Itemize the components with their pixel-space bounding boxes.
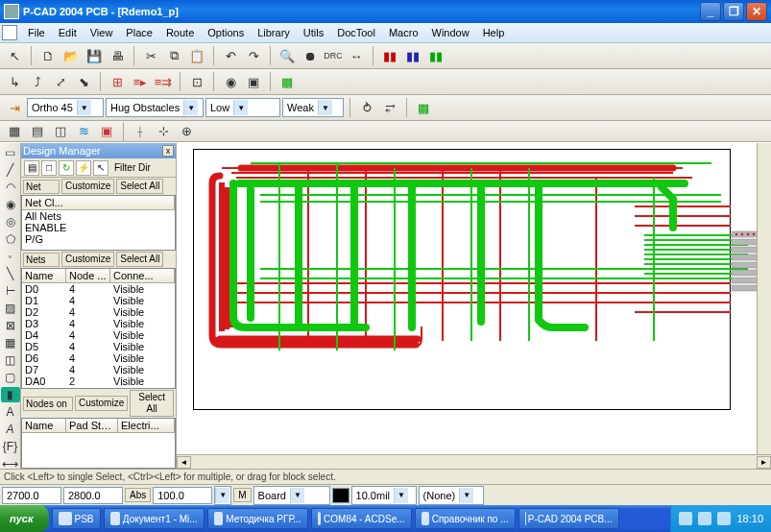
- list-item[interactable]: All Nets: [22, 210, 175, 222]
- panel-close-icon[interactable]: x: [162, 145, 174, 157]
- new-icon[interactable]: 🗋: [37, 45, 59, 66]
- panel-tree-icon[interactable]: ▤: [24, 160, 39, 176]
- panel-filter-icon[interactable]: ⚡: [76, 160, 91, 176]
- menu-doctool[interactable]: DocTool: [330, 24, 382, 41]
- col-elec[interactable]: Electri...: [118, 419, 175, 432]
- undo-icon[interactable]: ↶: [220, 45, 241, 66]
- pcb-icon[interactable]: ▩: [277, 71, 298, 92]
- copy-icon[interactable]: ⧉: [163, 45, 184, 66]
- place-point-icon[interactable]: ◦: [1, 249, 20, 264]
- menu-options[interactable]: Options: [201, 24, 251, 41]
- design-manager-title[interactable]: Design Manager x: [21, 143, 176, 158]
- panel-select-icon[interactable]: ↖: [93, 160, 108, 176]
- col-name[interactable]: Name: [22, 269, 66, 282]
- taskbar-item[interactable]: Методичка РГР...: [207, 508, 308, 529]
- pcb-canvas[interactable]: [177, 143, 771, 454]
- layers-green-icon[interactable]: ▮▮: [425, 45, 446, 66]
- menu-edit[interactable]: Edit: [52, 24, 84, 41]
- net-customize-button[interactable]: Customize: [61, 179, 114, 194]
- place-keepout-icon[interactable]: ⊠: [1, 318, 20, 333]
- status-grid[interactable]: 100.0: [153, 487, 212, 504]
- nodes-list[interactable]: Name Pad Style Electri...: [21, 418, 176, 469]
- start-button[interactable]: пуск: [0, 505, 49, 532]
- cut-icon[interactable]: ✂: [140, 45, 161, 66]
- close-button[interactable]: ✕: [746, 2, 767, 21]
- scrollbar-vertical[interactable]: [757, 143, 771, 454]
- table-row[interactable]: D44Visible: [22, 329, 175, 341]
- abs-button[interactable]: Abs: [125, 488, 151, 502]
- ortho-combo[interactable]: Ortho 45▼: [27, 98, 104, 117]
- route-mode-icon[interactable]: ⇥: [4, 97, 25, 118]
- redo-icon[interactable]: ↷: [243, 45, 264, 66]
- table-row[interactable]: D64Visible: [22, 352, 175, 364]
- print-icon[interactable]: 🖶: [107, 45, 128, 66]
- place-conn-icon[interactable]: ⊢: [1, 283, 20, 299]
- list-item[interactable]: P/G: [22, 233, 175, 245]
- multi-route-icon[interactable]: ≡⇉: [153, 71, 174, 92]
- menu-macro[interactable]: Macro: [382, 24, 425, 41]
- shove-icon[interactable]: ⥂: [379, 97, 400, 118]
- status-x[interactable]: 2700.0: [2, 487, 61, 504]
- scroll-right-icon[interactable]: ►: [757, 456, 771, 469]
- minimize-button[interactable]: _: [700, 2, 721, 21]
- place-fill-icon[interactable]: ▮: [1, 387, 20, 402]
- nodes-selectall-button[interactable]: Select All: [130, 390, 174, 417]
- route-display-icon[interactable]: ≋: [73, 121, 94, 142]
- tray-icon[interactable]: [679, 512, 692, 525]
- net-class-header[interactable]: Net Cl...: [22, 196, 175, 209]
- place-plane-icon[interactable]: ▦: [1, 335, 20, 351]
- layers-blue-icon[interactable]: ▮▮: [402, 45, 423, 66]
- route-bus-icon[interactable]: ⤢: [50, 71, 71, 92]
- place-text-icon[interactable]: A: [1, 404, 20, 420]
- hug-combo[interactable]: Hug Obstacles▼: [106, 98, 204, 117]
- nets-customize-button[interactable]: Customize: [61, 252, 114, 267]
- taskbar-item[interactable]: Документ1 - Mi...: [104, 508, 205, 529]
- table-row[interactable]: D34Visible: [22, 318, 175, 329]
- pad-icon[interactable]: ▣: [243, 71, 264, 92]
- place-field-icon[interactable]: {F}: [1, 439, 20, 454]
- place-polygon-icon[interactable]: ⬠: [1, 231, 20, 247]
- menu-file[interactable]: File: [21, 24, 52, 41]
- place-room-icon[interactable]: ◫: [1, 352, 20, 368]
- place-attr-icon[interactable]: A: [1, 422, 20, 437]
- select-tool-icon[interactable]: ↖: [4, 45, 25, 66]
- table-row[interactable]: D04Visible: [22, 283, 175, 295]
- panel-refresh-icon[interactable]: ↻: [59, 160, 74, 176]
- nets-icon[interactable]: ◫: [50, 121, 71, 142]
- taskbar-item[interactable]: P-CAD 2004 PCB...: [518, 508, 619, 529]
- nodes-customize-button[interactable]: Customize: [75, 396, 128, 411]
- bus-route-icon[interactable]: ≡▸: [130, 71, 151, 92]
- priority-combo[interactable]: Low▼: [205, 98, 280, 117]
- layer-combo[interactable]: Board▼: [253, 486, 330, 505]
- table-row[interactable]: DA02Visible: [22, 375, 175, 387]
- maximize-button[interactable]: ❐: [723, 2, 744, 21]
- scroll-left-icon[interactable]: ◄: [177, 456, 191, 469]
- menu-help[interactable]: Help: [476, 24, 512, 41]
- route-miter-icon[interactable]: ⬊: [73, 71, 94, 92]
- menu-route[interactable]: Route: [159, 24, 201, 41]
- col-pad[interactable]: Pad Style: [66, 419, 118, 432]
- table-row[interactable]: D24Visible: [22, 306, 175, 318]
- menu-utils[interactable]: Utils: [297, 24, 330, 41]
- via-icon[interactable]: ◉: [220, 71, 241, 92]
- scrollbar-horizontal[interactable]: ◄ ►: [177, 454, 771, 469]
- taskbar-item[interactable]: PSB: [52, 508, 101, 529]
- nets-selectall-button[interactable]: Select All: [116, 252, 163, 267]
- status-y[interactable]: 2800.0: [63, 487, 123, 504]
- system-tray[interactable]: 18:10: [670, 505, 771, 532]
- nets-list[interactable]: Name Node ... Conne... D04VisibleD14Visi…: [21, 268, 176, 389]
- place-line-icon[interactable]: ╱: [1, 162, 20, 178]
- origin-icon[interactable]: ⊕: [176, 121, 197, 142]
- snap-icon[interactable]: ⊹: [153, 121, 174, 142]
- menu-place[interactable]: Place: [119, 24, 159, 41]
- table-row[interactable]: D74Visible: [22, 364, 175, 375]
- panel-box-icon[interactable]: □: [41, 160, 57, 176]
- route-manual-icon[interactable]: ↳: [4, 71, 25, 92]
- board-icon[interactable]: ▩: [413, 97, 434, 118]
- net-class-list[interactable]: Net Cl... All NetsENABLEP/G: [21, 195, 176, 251]
- table-row[interactable]: D54Visible: [22, 341, 175, 352]
- strength-combo[interactable]: Weak▼: [282, 98, 344, 117]
- grid-icon[interactable]: ▦: [4, 121, 25, 142]
- highlight-icon[interactable]: ▣: [96, 121, 117, 142]
- col-conn[interactable]: Conne...: [110, 269, 175, 282]
